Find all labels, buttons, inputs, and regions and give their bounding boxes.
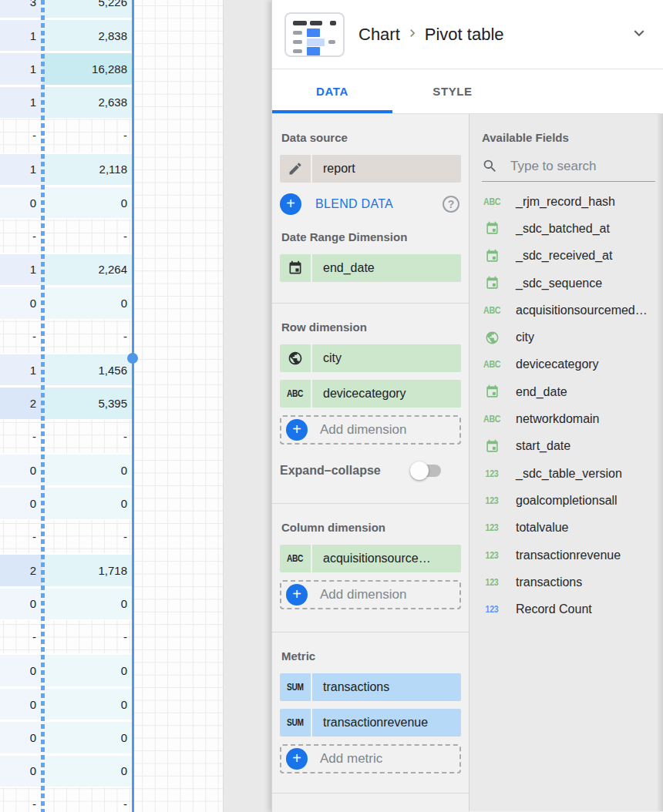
pivot-cell-revenue: - — [42, 787, 133, 812]
pivot-row: -- — [0, 219, 133, 252]
pivot-cell-transactions: 2 — [0, 553, 42, 586]
pivot-cell-transactions: 2 — [0, 386, 42, 419]
pivot-cell-revenue: 0 — [42, 587, 133, 620]
tab-style[interactable]: STYLE — [392, 69, 513, 113]
available-field-sdc-received-at[interactable]: _sdc_received_at — [482, 243, 663, 270]
pivot-cell-transactions: 0 — [0, 653, 42, 686]
add-metric-button[interactable]: + Add metric — [280, 744, 461, 773]
available-field-rjm-record-hash[interactable]: ABC_rjm_record_hash — [482, 188, 663, 215]
add-plus-icon: + — [286, 584, 308, 606]
pivot-cell-transactions: - — [0, 320, 42, 353]
pivot-cell-transactions: 1 — [0, 86, 42, 119]
available-field-networkdomain[interactable]: ABCnetworkdomain — [482, 405, 663, 432]
date-icon — [482, 276, 502, 290]
field-chip-devicecategory[interactable]: ABCdevicecategory — [280, 380, 461, 408]
available-field-record-count[interactable]: 123Record Count — [482, 596, 663, 622]
tab-data[interactable]: DATA — [272, 69, 392, 113]
available-field-label: networkdomain — [516, 412, 600, 426]
available-field-end-date[interactable]: end_date — [482, 378, 663, 405]
blend-data-button[interactable]: BLEND DATA — [315, 197, 393, 211]
available-field-label: transactions — [516, 575, 582, 589]
pivot-cell-revenue: 2,838 — [42, 18, 133, 52]
field-chip-city[interactable]: city — [280, 344, 461, 372]
expand-collapse-label: Expand–collapse — [280, 464, 381, 478]
field-chip-label: devicecategory — [312, 380, 461, 408]
pivot-row: 00 — [0, 286, 133, 319]
123-icon: 123 — [482, 550, 502, 561]
field-chip-acquisitionsource[interactable]: ABCacquisitionsource… — [280, 545, 461, 572]
data-source-chip[interactable]: report — [280, 155, 461, 183]
available-field-devicecategory[interactable]: ABCdevicecategory — [482, 351, 663, 378]
field-chip-transactionrevenue[interactable]: SUMtransactionrevenue — [280, 709, 461, 737]
pivot-row: 35,226 — [0, 0, 133, 18]
field-chip-label: city — [312, 344, 461, 372]
date-range-field-name: end_date — [312, 254, 461, 282]
pivot-cell-revenue: - — [42, 219, 133, 252]
expand-collapse-toggle[interactable] — [410, 461, 443, 480]
available-field-sdc-sequence[interactable]: _sdc_sequence — [482, 270, 663, 297]
pivot-row: 00 — [0, 720, 133, 753]
properties-panel: Chart Pivot table DATA STYLE Data source — [271, 0, 663, 812]
available-field-city[interactable]: city — [482, 324, 663, 351]
pivot-row: 00 — [0, 653, 133, 686]
date-range-field-chip[interactable]: end_date — [280, 254, 461, 282]
report-canvas[interactable]: 35,22612,838116,28812,638--12,11800--12,… — [0, 0, 271, 812]
column-drag-indicator — [41, 0, 45, 812]
pivot-cell-revenue: - — [42, 620, 133, 653]
pivot-table-icon — [284, 12, 345, 57]
available-field-label: acquisitionsourcemed… — [516, 304, 648, 317]
available-field-transactionrevenue[interactable]: 123transactionrevenue — [482, 542, 663, 569]
chart-type-header[interactable]: Chart Pivot table — [272, 0, 663, 69]
pivot-cell-revenue: 0 — [42, 653, 133, 686]
add-row-dimension-button[interactable]: + Add dimension — [280, 415, 461, 445]
data-tab-content: Data source report + BLEND DATA ? Date R… — [272, 114, 469, 811]
available-field-totalvalue[interactable]: 123totalvalue — [482, 515, 663, 542]
pivot-cell-revenue: 2,118 — [42, 153, 133, 186]
available-field-label: goalcompletionsall — [516, 494, 618, 508]
pivot-cell-transactions: 0 — [0, 720, 42, 753]
available-field-label: totalvalue — [516, 521, 569, 535]
date-icon — [482, 249, 502, 263]
geo-icon — [482, 331, 502, 345]
search-input[interactable] — [510, 159, 641, 174]
pivot-row: 00 — [0, 754, 133, 787]
selection-right-edge[interactable] — [132, 0, 134, 812]
pivot-row: 00 — [0, 587, 133, 620]
available-field-start-date[interactable]: start_date — [482, 433, 663, 460]
pivot-cell-transactions: 0 — [0, 286, 42, 319]
pivot-cell-revenue: 1,718 — [42, 553, 133, 586]
metric-label: Metric — [281, 649, 461, 663]
add-dimension-label: Add dimension — [320, 422, 406, 438]
sum-icon: SUM — [280, 709, 311, 737]
pivot-cell-transactions: 0 — [0, 587, 42, 620]
breadcrumb: Chart Pivot table — [358, 24, 504, 45]
available-field-label: _rjm_record_hash — [516, 195, 615, 209]
123-icon: 123 — [482, 468, 502, 479]
edit-pencil-icon[interactable] — [280, 155, 311, 183]
row-dimension-label: Row dimension — [281, 320, 461, 334]
pivot-cell-revenue: 0 — [42, 286, 133, 319]
field-chip-transactions[interactable]: SUMtransactions — [280, 673, 461, 701]
date-icon — [482, 384, 502, 399]
available-field-label: devicecategory — [516, 357, 599, 371]
123-icon: 123 — [482, 577, 502, 588]
add-column-dimension-button[interactable]: + Add dimension — [280, 580, 461, 609]
pivot-cell-transactions: 1 — [0, 18, 42, 52]
selection-resize-handle[interactable] — [127, 353, 138, 364]
pivot-cell-transactions: 0 — [0, 486, 42, 519]
pivot-table-preview[interactable]: 35,22612,838116,28812,638--12,11800--12,… — [0, 0, 133, 812]
add-metric-label: Add metric — [320, 751, 382, 767]
field-list: ABC_rjm_record_hash_sdc_batched_at_sdc_r… — [482, 188, 663, 623]
column-dimension-section: Column dimension ABCacquisitionsource… +… — [272, 504, 469, 632]
help-icon[interactable]: ? — [443, 196, 459, 213]
available-field-acquisitionsourcemed[interactable]: ABCacquisitionsourcemed… — [482, 297, 663, 324]
pivot-cell-revenue: - — [42, 420, 133, 453]
available-field-goalcompletionsall[interactable]: 123goalcompletionsall — [482, 487, 663, 514]
chevron-down-icon[interactable] — [629, 23, 649, 46]
available-field-sdc-table-version[interactable]: 123_sdc_table_version — [482, 460, 663, 487]
add-blend-icon[interactable]: + — [280, 193, 301, 215]
pivot-row: 00 — [0, 453, 133, 486]
available-field-transactions[interactable]: 123transactions — [482, 569, 663, 596]
available-field-sdc-batched-at[interactable]: _sdc_batched_at — [482, 215, 663, 242]
available-field-label: end_date — [516, 385, 567, 399]
